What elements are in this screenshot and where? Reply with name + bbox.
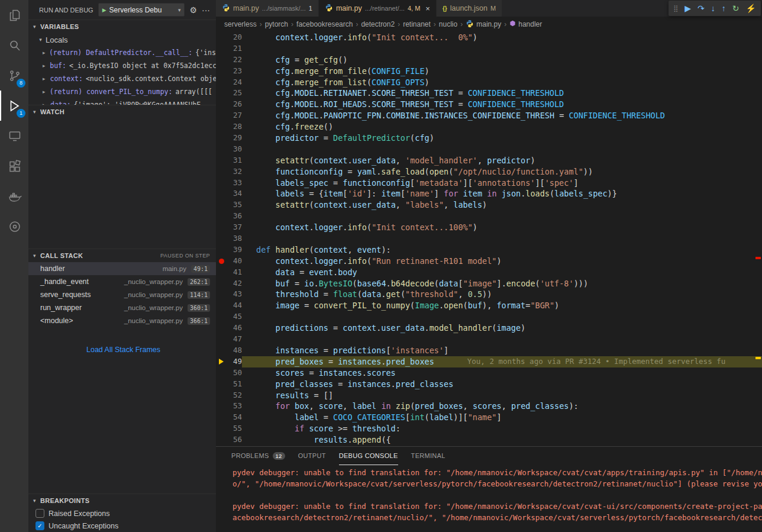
breakpoint-icon[interactable]	[216, 256, 227, 267]
checkbox-icon[interactable]	[35, 509, 44, 518]
code-line-37[interactable]: 37 context.logger.info("Init context...1…	[216, 222, 762, 233]
scope-locals[interactable]: ▾ Locals	[28, 33, 216, 46]
glyph-margin[interactable]	[216, 88, 227, 99]
code-line-30[interactable]: 30	[216, 144, 762, 155]
code-line-49[interactable]: 49 pred_boxes = instances.pred_boxesYou,…	[216, 356, 762, 367]
step-over-button[interactable]: ↷	[698, 4, 705, 12]
more-actions-icon[interactable]: ···	[202, 5, 210, 15]
code-line-38[interactable]: 38	[216, 233, 762, 244]
step-into-button[interactable]: ↓	[711, 4, 715, 12]
stack-frame-handler[interactable]: handlermain.py49:1	[28, 262, 216, 275]
breadcrumb-item-serverless[interactable]: serverless	[224, 20, 257, 28]
glyph-margin[interactable]	[216, 390, 227, 401]
tab-main-py-siammask[interactable]: main.py.../siammask/...1	[216, 0, 319, 17]
glyph-margin[interactable]	[216, 423, 227, 434]
load-all-stack-frames-link[interactable]: Load All Stack Frames	[28, 343, 216, 357]
continue-button[interactable]: ▶	[684, 4, 691, 12]
code-line-39[interactable]: 39def handler(context, event):	[216, 244, 762, 256]
glyph-margin[interactable]	[216, 110, 227, 121]
breadcrumb-item-retinanet[interactable]: retinanet	[403, 20, 431, 28]
stack-frame-serve-requests[interactable]: serve_requests_nuclio_wrapper.py114:1	[28, 288, 216, 301]
variable-row-0[interactable]: ▸(return) DefaultPredictor.__call__:{'in…	[28, 46, 216, 59]
glyph-margin[interactable]	[216, 278, 227, 289]
code-line-28[interactable]: 28 cfg.freeze()	[216, 121, 762, 133]
glyph-margin[interactable]	[216, 267, 227, 278]
code-line-23[interactable]: 23 cfg.merge_from_file(CONFIG_FILE)	[216, 66, 762, 77]
code-line-36[interactable]: 36	[216, 211, 762, 222]
glyph-margin[interactable]	[216, 334, 227, 345]
code-line-48[interactable]: 48 instances = predictions['instances']	[216, 345, 762, 356]
start-debugging-icon[interactable]: ▶	[102, 7, 106, 13]
breadcrumb-item-nuclio[interactable]: nuclio	[439, 20, 457, 28]
activity-item-search[interactable]	[0, 30, 28, 60]
variable-row-3[interactable]: ▸(return) convert_PIL_to_numpy:array([[[…	[28, 85, 216, 98]
glyph-margin[interactable]	[216, 379, 227, 390]
glyph-margin[interactable]	[216, 54, 227, 66]
glyph-margin[interactable]	[216, 43, 227, 54]
code-line-40[interactable]: 40 context.logger.info("Run retinanet-R1…	[216, 256, 762, 267]
code-line-32[interactable]: 32 functionconfig = yaml.safe_load(open(…	[216, 166, 762, 178]
glyph-margin[interactable]	[216, 32, 227, 43]
glyph-margin[interactable]	[216, 300, 227, 311]
glyph-margin[interactable]	[216, 144, 227, 155]
activity-item-source-control[interactable]: 8	[0, 60, 28, 91]
debug-config-dropdown[interactable]: ▶ Serverless Debu ▾	[98, 3, 185, 17]
code-line-35[interactable]: 35 setattr(context.user_data, "labels", …	[216, 199, 762, 211]
call-stack-header[interactable]: ▾ CALL STACK PAUSED ON STEP	[28, 249, 216, 262]
panel-tab-debug-console[interactable]: DEBUG CONSOLE	[339, 447, 398, 465]
breadcrumb-item-detectron2[interactable]: detectron2	[361, 20, 395, 28]
code-line-44[interactable]: 44 image = convert_PIL_to_numpy(Image.op…	[216, 300, 762, 311]
breakpoint-item-uncaught-exceptions[interactable]: ✓Uncaught Exceptions	[28, 520, 216, 532]
glyph-margin[interactable]	[216, 77, 227, 88]
checkbox-checked-icon[interactable]: ✓	[35, 521, 44, 530]
breadcrumb-item-main-py[interactable]: main.py	[466, 20, 501, 30]
current-frame-icon[interactable]	[216, 356, 227, 367]
code-line-21[interactable]: 21	[216, 43, 762, 54]
activity-item-docker[interactable]	[0, 181, 28, 211]
glyph-margin[interactable]	[216, 188, 227, 199]
restart-button[interactable]: ↻	[732, 4, 740, 12]
code-line-27[interactable]: 27 cfg.MODEL.PANOPTIC_FPN.COMBINE.INSTAN…	[216, 110, 762, 121]
glyph-margin[interactable]	[216, 233, 227, 244]
code-line-51[interactable]: 51 pred_classes = instances.pred_classes	[216, 379, 762, 390]
panel-tab-problems[interactable]: PROBLEMS12	[231, 447, 285, 465]
editor[interactable]: 20 context.logger.info("Init context... …	[216, 32, 762, 446]
breakpoint-item-raised-exceptions[interactable]: Raised Exceptions	[28, 507, 216, 520]
code-line-53[interactable]: 53 for box, score, label in zip(pred_box…	[216, 401, 762, 412]
code-line-50[interactable]: 50 scores = instances.scores	[216, 367, 762, 379]
glyph-margin[interactable]	[216, 289, 227, 300]
code-line-45[interactable]: 45	[216, 311, 762, 323]
toolbar-drag-grip[interactable]: ⣿	[673, 5, 678, 12]
panel-tab-output[interactable]: OUTPUT	[298, 447, 326, 465]
code-line-24[interactable]: 24 cfg.merge_from_list(CONFIG_OPTS)	[216, 77, 762, 88]
stack-frame-run-wrapper[interactable]: run_wrapper_nuclio_wrapper.py360:1	[28, 301, 216, 314]
variables-header[interactable]: ▾ VARIABLES	[28, 20, 216, 33]
activity-item-remote-explorer[interactable]	[0, 121, 28, 151]
code-line-41[interactable]: 41 data = event.body	[216, 267, 762, 278]
code-line-54[interactable]: 54 label = COCO_CATEGORIES[int(label)]["…	[216, 412, 762, 423]
activity-item-run-and-debug[interactable]: 1	[0, 91, 28, 121]
glyph-margin[interactable]	[216, 401, 227, 412]
glyph-margin[interactable]	[216, 434, 227, 446]
glyph-margin[interactable]	[216, 244, 227, 256]
breadcrumb-item-facebookresearch[interactable]: facebookresearch	[296, 20, 353, 28]
glyph-margin[interactable]	[216, 345, 227, 356]
activity-item-extensions[interactable]	[0, 151, 28, 181]
stack-frame-module[interactable]: <module>_nuclio_wrapper.py366:1	[28, 314, 216, 327]
breadcrumb-item-handler[interactable]: handler	[509, 20, 542, 28]
panel-tab-terminal[interactable]: TERMINAL	[411, 447, 445, 465]
activity-item-circle-extension[interactable]	[0, 211, 28, 241]
glyph-margin[interactable]	[216, 155, 227, 166]
variable-row-2[interactable]: ▸context:<nuclio_sdk.context.Context obj…	[28, 72, 216, 85]
code-line-52[interactable]: 52 results = []	[216, 390, 762, 401]
glyph-margin[interactable]	[216, 222, 227, 233]
code-line-42[interactable]: 42 buf = io.BytesIO(base64.b64decode(dat…	[216, 278, 762, 289]
glyph-margin[interactable]	[216, 99, 227, 110]
code-line-22[interactable]: 22 cfg = get_cfg()	[216, 54, 762, 66]
step-out-button[interactable]: ↑	[722, 4, 726, 12]
glyph-margin[interactable]	[216, 323, 227, 334]
watch-header[interactable]: ▾ WATCH	[28, 105, 216, 118]
code-line-43[interactable]: 43 threshold = float(data.get("threshold…	[216, 289, 762, 300]
variable-row-1[interactable]: ▸buf:<_io.BytesIO object at 0x7f5a2dc1ec…	[28, 59, 216, 72]
close-icon[interactable]: ×	[425, 4, 430, 13]
